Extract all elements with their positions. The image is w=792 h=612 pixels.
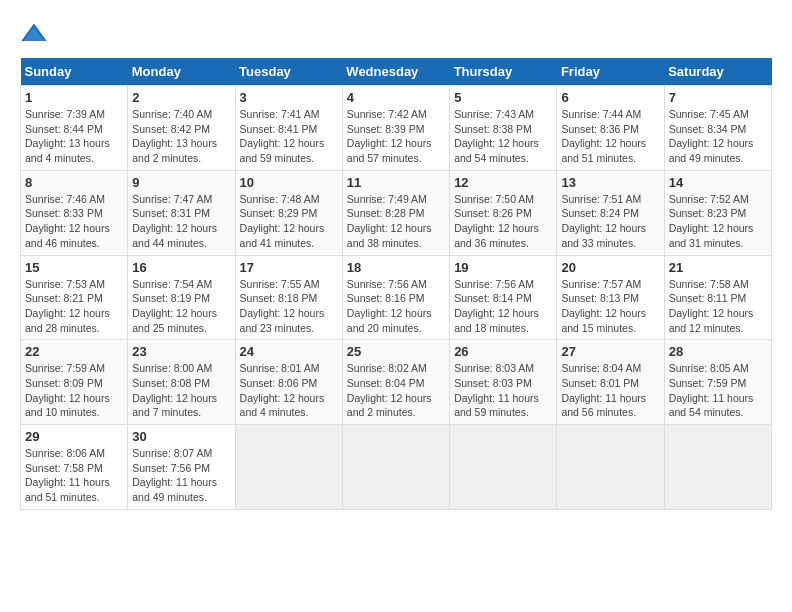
day-number: 30 bbox=[132, 429, 230, 444]
day-info: Sunrise: 7:55 AMSunset: 8:18 PMDaylight:… bbox=[240, 277, 338, 336]
day-number: 20 bbox=[561, 260, 659, 275]
calendar-cell: 29 Sunrise: 8:06 AMSunset: 7:58 PMDaylig… bbox=[21, 425, 128, 510]
day-info: Sunrise: 7:44 AMSunset: 8:36 PMDaylight:… bbox=[561, 107, 659, 166]
calendar-cell: 24 Sunrise: 8:01 AMSunset: 8:06 PMDaylig… bbox=[235, 340, 342, 425]
day-info: Sunrise: 7:49 AMSunset: 8:28 PMDaylight:… bbox=[347, 192, 445, 251]
day-number: 16 bbox=[132, 260, 230, 275]
day-number: 23 bbox=[132, 344, 230, 359]
day-number: 25 bbox=[347, 344, 445, 359]
calendar-cell: 30 Sunrise: 8:07 AMSunset: 7:56 PMDaylig… bbox=[128, 425, 235, 510]
day-info: Sunrise: 7:56 AMSunset: 8:16 PMDaylight:… bbox=[347, 277, 445, 336]
day-number: 13 bbox=[561, 175, 659, 190]
day-number: 5 bbox=[454, 90, 552, 105]
day-number: 29 bbox=[25, 429, 123, 444]
day-number: 10 bbox=[240, 175, 338, 190]
logo-icon bbox=[20, 20, 48, 48]
day-info: Sunrise: 7:42 AMSunset: 8:39 PMDaylight:… bbox=[347, 107, 445, 166]
day-info: Sunrise: 7:43 AMSunset: 8:38 PMDaylight:… bbox=[454, 107, 552, 166]
day-number: 1 bbox=[25, 90, 123, 105]
calendar-cell: 8 Sunrise: 7:46 AMSunset: 8:33 PMDayligh… bbox=[21, 170, 128, 255]
calendar-cell: 12 Sunrise: 7:50 AMSunset: 8:26 PMDaylig… bbox=[450, 170, 557, 255]
day-info: Sunrise: 7:41 AMSunset: 8:41 PMDaylight:… bbox=[240, 107, 338, 166]
day-info: Sunrise: 8:01 AMSunset: 8:06 PMDaylight:… bbox=[240, 361, 338, 420]
calendar-cell bbox=[342, 425, 449, 510]
calendar-cell: 19 Sunrise: 7:56 AMSunset: 8:14 PMDaylig… bbox=[450, 255, 557, 340]
calendar-week-row: 1 Sunrise: 7:39 AMSunset: 8:44 PMDayligh… bbox=[21, 86, 772, 171]
calendar-cell: 28 Sunrise: 8:05 AMSunset: 7:59 PMDaylig… bbox=[664, 340, 771, 425]
calendar-cell: 6 Sunrise: 7:44 AMSunset: 8:36 PMDayligh… bbox=[557, 86, 664, 171]
day-info: Sunrise: 7:47 AMSunset: 8:31 PMDaylight:… bbox=[132, 192, 230, 251]
calendar-cell: 18 Sunrise: 7:56 AMSunset: 8:16 PMDaylig… bbox=[342, 255, 449, 340]
calendar-cell: 23 Sunrise: 8:00 AMSunset: 8:08 PMDaylig… bbox=[128, 340, 235, 425]
day-info: Sunrise: 7:58 AMSunset: 8:11 PMDaylight:… bbox=[669, 277, 767, 336]
day-info: Sunrise: 8:04 AMSunset: 8:01 PMDaylight:… bbox=[561, 361, 659, 420]
calendar-cell: 22 Sunrise: 7:59 AMSunset: 8:09 PMDaylig… bbox=[21, 340, 128, 425]
calendar-cell bbox=[235, 425, 342, 510]
day-number: 12 bbox=[454, 175, 552, 190]
calendar-cell: 10 Sunrise: 7:48 AMSunset: 8:29 PMDaylig… bbox=[235, 170, 342, 255]
page-header bbox=[20, 20, 772, 48]
day-number: 27 bbox=[561, 344, 659, 359]
day-info: Sunrise: 8:07 AMSunset: 7:56 PMDaylight:… bbox=[132, 446, 230, 505]
day-info: Sunrise: 7:45 AMSunset: 8:34 PMDaylight:… bbox=[669, 107, 767, 166]
calendar-cell: 26 Sunrise: 8:03 AMSunset: 8:03 PMDaylig… bbox=[450, 340, 557, 425]
day-info: Sunrise: 8:02 AMSunset: 8:04 PMDaylight:… bbox=[347, 361, 445, 420]
day-info: Sunrise: 7:51 AMSunset: 8:24 PMDaylight:… bbox=[561, 192, 659, 251]
day-info: Sunrise: 7:39 AMSunset: 8:44 PMDaylight:… bbox=[25, 107, 123, 166]
calendar-cell: 11 Sunrise: 7:49 AMSunset: 8:28 PMDaylig… bbox=[342, 170, 449, 255]
calendar-week-row: 15 Sunrise: 7:53 AMSunset: 8:21 PMDaylig… bbox=[21, 255, 772, 340]
day-header: Friday bbox=[557, 58, 664, 86]
calendar-cell: 3 Sunrise: 7:41 AMSunset: 8:41 PMDayligh… bbox=[235, 86, 342, 171]
day-number: 11 bbox=[347, 175, 445, 190]
day-info: Sunrise: 8:06 AMSunset: 7:58 PMDaylight:… bbox=[25, 446, 123, 505]
day-number: 17 bbox=[240, 260, 338, 275]
calendar-cell bbox=[557, 425, 664, 510]
day-number: 8 bbox=[25, 175, 123, 190]
day-info: Sunrise: 7:57 AMSunset: 8:13 PMDaylight:… bbox=[561, 277, 659, 336]
day-info: Sunrise: 8:03 AMSunset: 8:03 PMDaylight:… bbox=[454, 361, 552, 420]
day-info: Sunrise: 7:48 AMSunset: 8:29 PMDaylight:… bbox=[240, 192, 338, 251]
day-number: 14 bbox=[669, 175, 767, 190]
calendar-cell: 5 Sunrise: 7:43 AMSunset: 8:38 PMDayligh… bbox=[450, 86, 557, 171]
calendar-table: SundayMondayTuesdayWednesdayThursdayFrid… bbox=[20, 58, 772, 510]
calendar-cell: 27 Sunrise: 8:04 AMSunset: 8:01 PMDaylig… bbox=[557, 340, 664, 425]
day-info: Sunrise: 7:56 AMSunset: 8:14 PMDaylight:… bbox=[454, 277, 552, 336]
calendar-cell: 16 Sunrise: 7:54 AMSunset: 8:19 PMDaylig… bbox=[128, 255, 235, 340]
calendar-week-row: 29 Sunrise: 8:06 AMSunset: 7:58 PMDaylig… bbox=[21, 425, 772, 510]
day-number: 4 bbox=[347, 90, 445, 105]
day-number: 21 bbox=[669, 260, 767, 275]
logo bbox=[20, 20, 52, 48]
day-info: Sunrise: 8:05 AMSunset: 7:59 PMDaylight:… bbox=[669, 361, 767, 420]
calendar-week-row: 22 Sunrise: 7:59 AMSunset: 8:09 PMDaylig… bbox=[21, 340, 772, 425]
day-number: 26 bbox=[454, 344, 552, 359]
day-info: Sunrise: 8:00 AMSunset: 8:08 PMDaylight:… bbox=[132, 361, 230, 420]
day-number: 19 bbox=[454, 260, 552, 275]
calendar-cell bbox=[450, 425, 557, 510]
calendar-cell: 4 Sunrise: 7:42 AMSunset: 8:39 PMDayligh… bbox=[342, 86, 449, 171]
day-number: 28 bbox=[669, 344, 767, 359]
calendar-cell: 15 Sunrise: 7:53 AMSunset: 8:21 PMDaylig… bbox=[21, 255, 128, 340]
day-number: 2 bbox=[132, 90, 230, 105]
day-number: 3 bbox=[240, 90, 338, 105]
day-info: Sunrise: 7:54 AMSunset: 8:19 PMDaylight:… bbox=[132, 277, 230, 336]
calendar-cell: 13 Sunrise: 7:51 AMSunset: 8:24 PMDaylig… bbox=[557, 170, 664, 255]
day-number: 18 bbox=[347, 260, 445, 275]
day-number: 15 bbox=[25, 260, 123, 275]
day-number: 22 bbox=[25, 344, 123, 359]
calendar-cell: 1 Sunrise: 7:39 AMSunset: 8:44 PMDayligh… bbox=[21, 86, 128, 171]
calendar-cell: 21 Sunrise: 7:58 AMSunset: 8:11 PMDaylig… bbox=[664, 255, 771, 340]
day-info: Sunrise: 7:46 AMSunset: 8:33 PMDaylight:… bbox=[25, 192, 123, 251]
day-number: 24 bbox=[240, 344, 338, 359]
calendar-week-row: 8 Sunrise: 7:46 AMSunset: 8:33 PMDayligh… bbox=[21, 170, 772, 255]
calendar-cell: 2 Sunrise: 7:40 AMSunset: 8:42 PMDayligh… bbox=[128, 86, 235, 171]
calendar-cell: 14 Sunrise: 7:52 AMSunset: 8:23 PMDaylig… bbox=[664, 170, 771, 255]
day-info: Sunrise: 7:59 AMSunset: 8:09 PMDaylight:… bbox=[25, 361, 123, 420]
day-header: Thursday bbox=[450, 58, 557, 86]
day-header: Sunday bbox=[21, 58, 128, 86]
day-info: Sunrise: 7:52 AMSunset: 8:23 PMDaylight:… bbox=[669, 192, 767, 251]
day-header: Tuesday bbox=[235, 58, 342, 86]
calendar-cell bbox=[664, 425, 771, 510]
day-info: Sunrise: 7:53 AMSunset: 8:21 PMDaylight:… bbox=[25, 277, 123, 336]
calendar-cell: 9 Sunrise: 7:47 AMSunset: 8:31 PMDayligh… bbox=[128, 170, 235, 255]
day-header: Saturday bbox=[664, 58, 771, 86]
